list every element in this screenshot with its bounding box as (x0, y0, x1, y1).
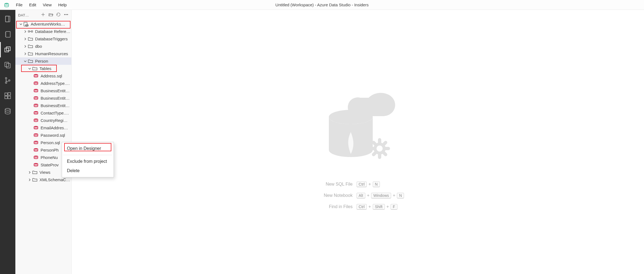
tree-label: BusinessEntit… (41, 103, 70, 108)
svg-point-0 (5, 3, 9, 4)
shortcut-row: Find in FilesCtrl+Shift+F (312, 204, 404, 210)
tree-item-person[interactable]: Person (15, 57, 71, 65)
tree-table-file[interactable]: ContactType.… (15, 109, 71, 117)
chevron-down-icon[interactable] (19, 22, 23, 26)
tree-project-root[interactable]: AdventureWorks… (15, 20, 71, 28)
svg-point-33 (34, 89, 38, 90)
menu-edit[interactable]: Edit (26, 1, 39, 9)
svg-point-31 (34, 74, 38, 75)
tree-item-humanresources[interactable]: HumanResources (15, 50, 71, 57)
tree-label: AdventureWorks… (31, 22, 65, 26)
svg-point-41 (34, 148, 38, 149)
activity-explorer[interactable] (0, 57, 15, 73)
table-file-icon (33, 103, 38, 108)
keyboard-key: Windows (371, 193, 391, 198)
activity-source-control[interactable] (0, 73, 15, 88)
chevron-right-icon[interactable] (23, 52, 27, 56)
svg-rect-11 (6, 63, 10, 68)
context-menu: Open in Designer Exclude from project De… (62, 142, 114, 177)
tree-table-file[interactable]: BusinessEntit… (15, 87, 71, 94)
svg-line-53 (374, 153, 375, 155)
tree-table-file[interactable]: Password.sql (15, 132, 71, 139)
svg-rect-29 (31, 31, 33, 32)
tree-item-tables[interactable]: Tables (15, 65, 71, 72)
open-folder-icon[interactable] (48, 12, 53, 18)
tree-label: PhoneNu (41, 155, 58, 160)
svg-rect-16 (5, 93, 7, 96)
chevron-right-icon[interactable] (23, 44, 27, 49)
chevron-right-icon[interactable] (23, 37, 27, 41)
chevron-down-icon[interactable] (27, 66, 32, 71)
svg-point-12 (5, 77, 7, 79)
tree-item-db-references[interactable]: Database Refere… (15, 28, 71, 35)
svg-point-39 (34, 133, 38, 135)
tree-table-file[interactable]: BusinessEntit… (15, 102, 71, 109)
tree-label: PersonPh (41, 148, 59, 152)
tree-label: XMLSchemaC… (39, 177, 70, 182)
folder-icon (28, 59, 33, 64)
tree-label: CountryRegi… (41, 118, 67, 123)
menu-help[interactable]: Help (55, 1, 69, 9)
svg-point-13 (5, 82, 7, 83)
chevron-down-icon[interactable] (23, 59, 27, 63)
tree-label: Address.sql (41, 74, 62, 78)
tree-item-dbo[interactable]: dbo (15, 43, 71, 50)
svg-point-24 (66, 14, 66, 15)
svg-rect-9 (6, 47, 10, 51)
shortcut-label: New SQL File (312, 182, 353, 187)
plus-separator: + (368, 204, 371, 209)
svg-point-14 (9, 80, 10, 81)
tree-label: ContactType.… (41, 111, 69, 115)
chevron-right-icon[interactable] (27, 170, 32, 175)
plus-separator: + (393, 193, 395, 198)
add-icon[interactable] (41, 12, 46, 18)
table-file-icon (33, 74, 38, 79)
activity-data[interactable] (0, 104, 15, 119)
ctx-separator (63, 155, 112, 155)
menubar: File Edit View Help (13, 1, 69, 9)
menu-file[interactable]: File (13, 1, 25, 9)
table-file-icon (33, 133, 38, 138)
tree-table-file[interactable]: CountryRegi… (15, 117, 71, 124)
tree-label: BusinessEntit… (41, 96, 70, 100)
keyboard-key: N (397, 193, 404, 198)
table-file-icon (33, 96, 38, 101)
folder-icon (28, 37, 33, 41)
tree-label: Views (39, 170, 50, 175)
project-icon (24, 22, 29, 27)
ctx-open-designer[interactable]: Open in Designer (62, 144, 114, 153)
ctx-exclude[interactable]: Exclude from project (62, 157, 114, 166)
tree-label: Database Refere… (35, 29, 70, 34)
tree-table-file[interactable]: BusinessEntit… (15, 94, 71, 102)
menu-view[interactable]: View (40, 1, 54, 9)
activity-database-projects[interactable] (0, 42, 15, 57)
svg-point-38 (34, 126, 38, 127)
chevron-right-icon[interactable] (27, 178, 32, 182)
activity-connections[interactable] (0, 11, 15, 27)
folder-icon (32, 177, 37, 182)
refresh-icon[interactable] (56, 12, 61, 18)
activity-notebooks[interactable] (0, 27, 15, 42)
folder-icon (32, 66, 37, 71)
app-icon (0, 2, 13, 8)
svg-rect-17 (5, 96, 7, 99)
shortcut-keys: Alt+Windows+N (357, 193, 404, 198)
more-icon[interactable] (64, 12, 69, 18)
table-file-icon (33, 155, 38, 160)
shortcut-keys: Ctrl+N (357, 181, 380, 187)
activity-extensions[interactable] (0, 88, 15, 104)
table-file-icon (33, 111, 38, 116)
table-file-icon (33, 81, 38, 86)
window-title: Untitled (Workspace) - Azure Data Studio… (275, 2, 369, 7)
tree-item-db-triggers[interactable]: DatabaseTriggers (15, 35, 71, 43)
shortcut-keys: Ctrl+Shift+F (357, 204, 397, 210)
shortcut-row: New NotebookAlt+Windows+N (312, 193, 404, 198)
keyboard-key: Ctrl (357, 181, 367, 187)
table-file-icon (33, 163, 38, 167)
tree-table-file[interactable]: EmailAddres… (15, 124, 71, 132)
svg-point-25 (67, 14, 68, 15)
tree-table-file[interactable]: AddressType.… (15, 80, 71, 87)
chevron-right-icon[interactable] (23, 29, 27, 34)
tree-table-file[interactable]: Address.sql (15, 72, 71, 80)
ctx-delete[interactable]: Delete (62, 166, 114, 175)
